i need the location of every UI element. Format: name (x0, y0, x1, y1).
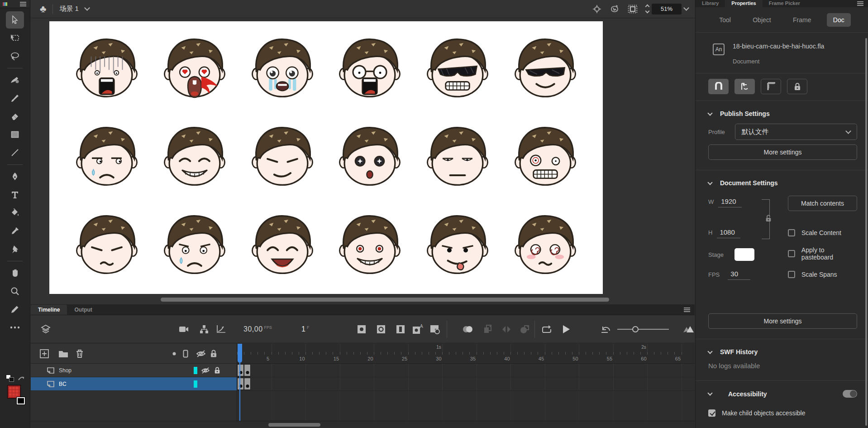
pen-tool[interactable] (6, 168, 24, 185)
insert-keyframe-icon[interactable] (357, 324, 367, 334)
layer-color-swatch[interactable] (194, 367, 197, 374)
face-crazy-grit[interactable] (501, 113, 589, 202)
properties-scrollbar[interactable] (865, 38, 867, 426)
paint-bucket-tool[interactable] (6, 204, 24, 221)
tools-menu-icon[interactable] (20, 2, 26, 6)
face-crying-glasses[interactable] (326, 25, 414, 113)
pencil-tool[interactable] (6, 301, 24, 318)
canvas-horizontal-scrollbar[interactable] (161, 298, 609, 302)
subselection-tool[interactable] (6, 29, 24, 47)
swap-colors-icon[interactable] (18, 375, 25, 381)
subtab-frame[interactable]: Frame (787, 13, 817, 27)
graph-editor-icon[interactable] (216, 325, 226, 334)
rotate-view-icon[interactable] (610, 5, 620, 14)
default-colors-icon[interactable] (6, 375, 14, 382)
accessibility-toggle[interactable] (843, 390, 857, 398)
face-worried-tear[interactable] (151, 202, 238, 290)
stage[interactable] (49, 21, 603, 294)
face-dizzy-pout[interactable] (501, 202, 589, 290)
selection-tool[interactable] (6, 11, 24, 29)
new-folder-icon[interactable] (58, 350, 68, 358)
layer-locked-icon[interactable] (214, 367, 220, 375)
rulers-button[interactable] (761, 79, 781, 94)
keyframe-cell[interactable] (244, 378, 251, 390)
properties-menu-icon[interactable] (857, 1, 863, 6)
layer-BC[interactable]: BC (31, 377, 237, 391)
more-tools[interactable] (6, 319, 24, 336)
fit-timeline-icon[interactable] (682, 325, 694, 333)
subtab-doc[interactable]: Doc (827, 13, 851, 27)
clip-content-icon[interactable] (628, 5, 638, 14)
fps-display[interactable]: 30,00FPS (243, 325, 272, 333)
face-evil-grin[interactable] (326, 202, 414, 290)
lock-all-icon[interactable] (210, 350, 217, 358)
unlocked-link-icon[interactable] (765, 215, 772, 222)
layers-icon[interactable] (41, 324, 51, 334)
keyframe-cell[interactable] (237, 364, 244, 376)
camera-icon[interactable] (179, 326, 189, 333)
lock-guides-button[interactable] (787, 79, 807, 94)
face-angry-shades[interactable] (414, 25, 501, 113)
eyedropper-tool[interactable] (6, 222, 24, 240)
tab-properties[interactable]: Properties (725, 0, 762, 8)
loop-icon[interactable] (541, 325, 552, 334)
hand-tool[interactable] (6, 264, 24, 282)
classic-brush-tool[interactable] (6, 90, 24, 107)
layer-Shop[interactable]: Shop (31, 364, 237, 377)
current-frame-display[interactable]: 1F (301, 325, 309, 333)
scene-dropdown-icon[interactable] (84, 5, 90, 11)
hide-all-icon[interactable] (196, 350, 206, 358)
play-button[interactable] (562, 324, 571, 334)
zoom-stepper[interactable] (646, 5, 649, 13)
snap-to-objects-button[interactable] (708, 79, 729, 94)
insert-frame-icon[interactable] (396, 324, 405, 334)
remove-frame-icon[interactable] (429, 324, 440, 334)
face-joyful-laugh[interactable] (238, 202, 326, 290)
scale-spans-checkbox[interactable] (788, 271, 795, 278)
snap-align-button[interactable] (734, 79, 755, 94)
eraser-tool[interactable] (6, 108, 24, 125)
zoom-up-icon[interactable] (645, 5, 650, 9)
scale-content-checkbox[interactable] (788, 229, 795, 236)
face-laughing-grin[interactable] (151, 113, 238, 202)
timeline-zoom-knob[interactable] (632, 326, 639, 332)
zoom-tool[interactable] (6, 283, 24, 300)
delete-layer-icon[interactable] (76, 349, 84, 358)
keyframe-cell[interactable] (237, 378, 244, 390)
match-contents-button[interactable]: Match contents (788, 196, 857, 211)
playhead[interactable] (238, 344, 242, 363)
tab-timeline[interactable]: Timeline (31, 305, 67, 315)
subtab-tool[interactable]: Tool (713, 13, 737, 27)
height-input[interactable]: 1080 (717, 227, 740, 238)
highlight-column-icon[interactable] (172, 352, 176, 356)
face-shocked-scream[interactable] (63, 25, 151, 113)
fill-color-swatch[interactable] (8, 385, 23, 401)
face-heart-eyes-nosebleed[interactable] (151, 25, 238, 113)
apply-pasteboard-checkbox[interactable] (788, 250, 795, 257)
asset-warp-tool[interactable] (6, 240, 24, 258)
fps-input[interactable]: 30 (728, 269, 750, 280)
fluid-brush-tool[interactable] (6, 72, 24, 89)
zoom-dropdown-icon[interactable] (683, 5, 689, 11)
face-cool-shades[interactable] (501, 25, 589, 113)
collapse-icon[interactable] (707, 111, 712, 115)
auto-keyframe-icon[interactable]: A (412, 324, 424, 335)
face-disgusted[interactable] (63, 202, 151, 290)
zoom-input[interactable]: 51% (652, 4, 682, 14)
lasso-tool[interactable] (6, 48, 24, 65)
face-pleading-tears[interactable] (238, 25, 326, 113)
layer-color-swatch[interactable] (194, 380, 197, 388)
profile-dropdown[interactable]: 默认文件 (735, 124, 857, 140)
frame-row-BC[interactable] (237, 377, 695, 391)
collapse-icon[interactable] (707, 180, 712, 185)
tab-output[interactable]: Output (67, 305, 99, 315)
layer-hidden-icon[interactable] (201, 367, 210, 374)
face-tongue-out[interactable] (414, 202, 501, 290)
zoom-down-icon[interactable] (645, 9, 650, 14)
width-input[interactable]: 1920 (718, 197, 742, 207)
reset-zoom-icon[interactable] (601, 325, 611, 334)
face-sparkle-eyes[interactable] (326, 113, 414, 202)
center-frame-icon[interactable] (592, 5, 601, 14)
insert-blank-keyframe-icon[interactable] (376, 324, 386, 334)
text-tool[interactable] (6, 186, 24, 203)
